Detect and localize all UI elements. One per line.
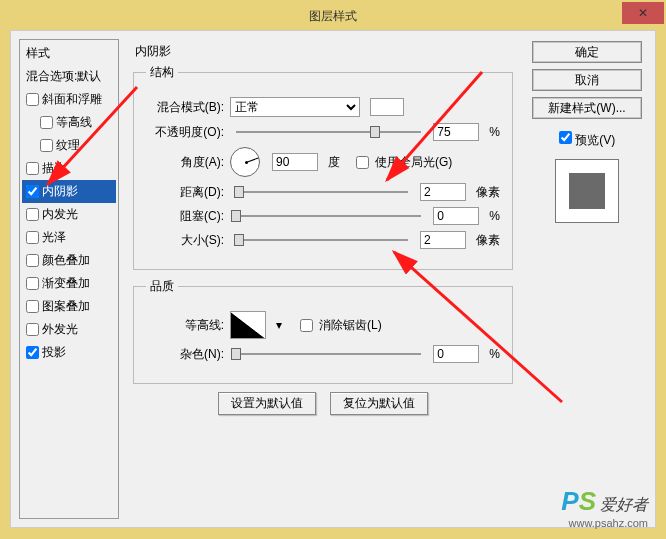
antialias-check[interactable]	[300, 319, 313, 332]
size-unit: 像素	[476, 232, 500, 249]
blend-options-item[interactable]: 混合选项:默认	[22, 65, 116, 88]
outer-glow-check[interactable]	[26, 323, 39, 336]
stroke-check[interactable]	[26, 162, 39, 175]
contour-check[interactable]	[40, 116, 53, 129]
new-style-button[interactable]: 新建样式(W)...	[532, 97, 642, 119]
noise-unit: %	[489, 347, 500, 361]
cancel-button[interactable]: 取消	[532, 69, 642, 91]
angle-label: 角度(A):	[146, 154, 224, 171]
satin-item[interactable]: 光泽	[22, 226, 116, 249]
noise-label: 杂色(N):	[146, 346, 224, 363]
inner-shadow-check[interactable]	[26, 185, 39, 198]
titlebar: 图层样式 ✕	[2, 2, 664, 30]
angle-input[interactable]	[272, 153, 318, 171]
size-input[interactable]	[420, 231, 466, 249]
texture-item[interactable]: 纹理	[22, 134, 116, 157]
blend-mode-label: 混合模式(B):	[146, 99, 224, 116]
satin-check[interactable]	[26, 231, 39, 244]
choke-input[interactable]	[433, 207, 479, 225]
size-label: 大小(S):	[146, 232, 224, 249]
noise-slider[interactable]	[236, 347, 421, 361]
list-header[interactable]: 样式	[22, 42, 116, 65]
quality-group: 品质 等高线: ▾ 消除锯齿(L) 杂色(N): %	[133, 278, 513, 384]
distance-unit: 像素	[476, 184, 500, 201]
antialias-label: 消除锯齿(L)	[319, 317, 382, 334]
drop-shadow-item[interactable]: 投影	[22, 341, 116, 364]
angle-unit: 度	[328, 154, 340, 171]
reset-default-button[interactable]: 复位为默认值	[330, 392, 428, 415]
quality-legend: 品质	[146, 278, 178, 295]
window-title: 图层样式	[309, 8, 357, 25]
gradient-overlay-item[interactable]: 渐变叠加	[22, 272, 116, 295]
choke-label: 阻塞(C):	[146, 208, 224, 225]
outer-glow-item[interactable]: 外发光	[22, 318, 116, 341]
close-icon: ✕	[638, 6, 648, 20]
inner-shadow-item[interactable]: 内阴影	[22, 180, 116, 203]
opacity-label: 不透明度(O):	[146, 124, 224, 141]
structure-group: 结构 混合模式(B): 正常 不透明度(O): % 角度(A): 度 使用全局光…	[133, 64, 513, 270]
distance-input[interactable]	[420, 183, 466, 201]
styles-list: 样式 混合选项:默认 斜面和浮雕 等高线 纹理 描边 内阴影 内发光 光泽 颜色…	[19, 39, 119, 519]
texture-check[interactable]	[40, 139, 53, 152]
shadow-color-swatch[interactable]	[370, 98, 404, 116]
opacity-input[interactable]	[433, 123, 479, 141]
inner-glow-item[interactable]: 内发光	[22, 203, 116, 226]
preview-label: 预览(V)	[575, 133, 615, 147]
panel-heading: 内阴影	[135, 43, 513, 60]
gradient-overlay-check[interactable]	[26, 277, 39, 290]
bevel-check[interactable]	[26, 93, 39, 106]
distance-label: 距离(D):	[146, 184, 224, 201]
action-panel: 确定 取消 新建样式(W)... 预览(V)	[527, 39, 647, 519]
bevel-item[interactable]: 斜面和浮雕	[22, 88, 116, 111]
choke-slider[interactable]	[236, 209, 421, 223]
opacity-slider[interactable]	[236, 125, 421, 139]
contour-item[interactable]: 等高线	[22, 111, 116, 134]
dialog-body: 样式 混合选项:默认 斜面和浮雕 等高线 纹理 描边 内阴影 内发光 光泽 颜色…	[10, 30, 656, 528]
contour-picker[interactable]	[230, 311, 266, 339]
opacity-unit: %	[489, 125, 500, 139]
watermark: PS爱好者 www.psahz.com	[561, 486, 648, 529]
preview-swatch	[555, 159, 619, 223]
global-light-check[interactable]	[356, 156, 369, 169]
set-default-button[interactable]: 设置为默认值	[218, 392, 316, 415]
structure-legend: 结构	[146, 64, 178, 81]
drop-shadow-check[interactable]	[26, 346, 39, 359]
noise-input[interactable]	[433, 345, 479, 363]
contour-label: 等高线:	[146, 317, 224, 334]
close-button[interactable]: ✕	[622, 2, 664, 24]
global-light-label: 使用全局光(G)	[375, 154, 452, 171]
color-overlay-item[interactable]: 颜色叠加	[22, 249, 116, 272]
choke-unit: %	[489, 209, 500, 223]
size-slider[interactable]	[236, 233, 408, 247]
angle-dial[interactable]	[230, 147, 260, 177]
pattern-overlay-item[interactable]: 图案叠加	[22, 295, 116, 318]
distance-slider[interactable]	[236, 185, 408, 199]
preview-check[interactable]	[559, 131, 572, 144]
inner-glow-check[interactable]	[26, 208, 39, 221]
stroke-item[interactable]: 描边	[22, 157, 116, 180]
settings-panel: 内阴影 结构 混合模式(B): 正常 不透明度(O): % 角度(A): 度 使	[125, 39, 521, 519]
pattern-overlay-check[interactable]	[26, 300, 39, 313]
color-overlay-check[interactable]	[26, 254, 39, 267]
blend-mode-select[interactable]: 正常	[230, 97, 360, 117]
ok-button[interactable]: 确定	[532, 41, 642, 63]
